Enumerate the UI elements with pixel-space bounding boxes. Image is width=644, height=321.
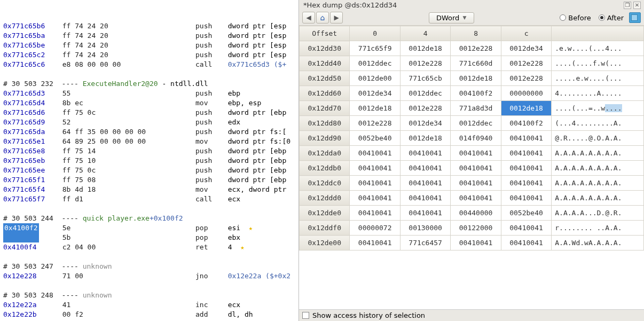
hex-cell[interactable]: 0012de18 [451, 71, 501, 86]
disasm-row[interactable]: 0x771c65d9 52push edx [3, 118, 295, 127]
radio-after[interactable]: After [599, 14, 624, 22]
disasm-row[interactable]: 0x771c65ba ff 74 24 20push dword ptr [es… [3, 31, 295, 41]
hex-row[interactable]: 0x12dd400012ddec0012e228771c660d0012e228… [300, 56, 644, 71]
hex-cell[interactable]: 00410041 [501, 236, 551, 250]
hex-cell[interactable]: 00410041 [400, 161, 450, 176]
hex-cell[interactable]: 0012ddec [350, 56, 400, 71]
disasm-row[interactable]: 0x4100f4 c2 04 00ret 4 ★ [3, 242, 295, 252]
hex-ascii[interactable]: A.A.A.A.A.A.A.A. [552, 191, 644, 206]
hex-cell[interactable]: 0012de18 [501, 101, 551, 116]
hex-cell[interactable]: 00410041 [400, 206, 450, 221]
hex-row[interactable]: 0x12dd700012de180012e228771a8d3d0012de18… [300, 101, 644, 116]
radio-before[interactable]: Before [560, 14, 591, 22]
hex-cell[interactable]: 0012e228 [350, 116, 400, 131]
hex-cell[interactable]: 0012e228 [400, 101, 450, 116]
hex-header-ascii[interactable] [552, 26, 644, 41]
nav-home-button[interactable]: ⌂ [316, 12, 329, 24]
hex-header[interactable]: 8 [451, 26, 501, 41]
hex-ascii[interactable]: 4.........A..... [552, 86, 644, 101]
nav-forward-button[interactable]: ▶ [330, 12, 343, 24]
restore-icon[interactable]: ❐ [624, 2, 631, 9]
nav-back-button[interactable]: ◀ [302, 12, 315, 24]
dock-icon[interactable] [629, 12, 641, 23]
hex-cell[interactable]: 0052be40 [501, 206, 551, 221]
hex-header[interactable]: 4 [400, 26, 450, 41]
hex-cell[interactable]: 0012de18 [400, 41, 450, 56]
disasm-row[interactable]: 0x771c65f1 ff 75 08push dword ptr [ebp [3, 175, 295, 185]
disasm-row[interactable]: 0x771c65da 64 ff 35 00 00 00 00push dwor… [3, 127, 295, 137]
hex-row[interactable]: 0x12ddb000410041004100410041004100410041… [300, 161, 644, 176]
hex-cell[interactable]: 0012de18 [350, 101, 400, 116]
hex-row[interactable]: 0x12de0000410041771c64570041004100410041… [300, 236, 644, 250]
hex-offset[interactable]: 0x12ddd0 [300, 191, 350, 206]
word-size-combo[interactable]: DWord ▼ [429, 12, 474, 24]
hex-cell[interactable]: 00410041 [350, 161, 400, 176]
hex-offset[interactable]: 0x12ddb0 [300, 161, 350, 176]
hex-row[interactable]: 0x12dde00041004100410041004400000052be40… [300, 206, 644, 221]
hex-offset[interactable]: 0x12dd60 [300, 86, 350, 101]
hex-offset[interactable]: 0x12dd90 [300, 131, 350, 146]
hex-cell[interactable]: 771c660d [451, 56, 501, 71]
hex-cell[interactable]: 00410041 [501, 221, 551, 236]
hex-row[interactable]: 0x12dd900052be400012de18014f094000410041… [300, 131, 644, 146]
hex-cell[interactable]: 00410041 [350, 206, 400, 221]
hex-cell[interactable]: 0012de34 [400, 116, 450, 131]
hex-cell[interactable]: 004100f2 [451, 86, 501, 101]
hex-cell[interactable]: 00410041 [451, 176, 501, 191]
hex-cell[interactable]: 00410041 [400, 191, 450, 206]
hex-cell[interactable]: 00410041 [451, 146, 501, 161]
hex-cell[interactable]: 00122000 [451, 221, 501, 236]
hex-cell[interactable]: 0012ddec [400, 86, 450, 101]
disasm-row[interactable]: 0x4100f2 5epop esi ★ [3, 223, 295, 233]
hex-cell[interactable]: 00410041 [501, 191, 551, 206]
hex-ascii[interactable]: A.A.A.A.A.A.A.A. [552, 161, 644, 176]
history-checkbox[interactable] [302, 312, 309, 319]
hex-cell[interactable]: 00130000 [400, 221, 450, 236]
disasm-row[interactable]: 0x771c65b6 ff 74 24 20push dword ptr [es… [3, 21, 295, 31]
hex-row[interactable]: 0x12ddd000410041004100410041004100410041… [300, 191, 644, 206]
hex-cell[interactable]: 00000072 [350, 221, 400, 236]
hex-cell[interactable]: 0012ddec [451, 116, 501, 131]
hex-cell[interactable]: 00410041 [451, 191, 501, 206]
hex-cell[interactable]: 00410041 [501, 161, 551, 176]
hex-cell[interactable]: 00410041 [350, 176, 400, 191]
disasm-row[interactable]: 0x12e22a 41inc ecx [3, 300, 295, 310]
hex-cell[interactable]: 771c6457 [400, 236, 450, 250]
hex-cell[interactable]: 0012e228 [400, 56, 450, 71]
hex-cell[interactable]: 0012e228 [451, 41, 501, 56]
disassembly-pane[interactable]: 0x771c65b6 ff 74 24 20push dword ptr [es… [0, 0, 299, 321]
disasm-row[interactable]: 0x12e228 71 00jno 0x12e22a ($+0x2 [3, 271, 295, 281]
hex-cell[interactable]: 00440000 [451, 206, 501, 221]
hex-cell[interactable]: 0012de34 [350, 86, 400, 101]
hex-offset[interactable]: 0x12dda0 [300, 146, 350, 161]
hex-cell[interactable]: 014f0940 [451, 131, 501, 146]
hex-ascii[interactable]: A.A.A.A.A.A.A.A. [552, 146, 644, 161]
hex-row[interactable]: 0x12dd30771c65f90012de180012e2280012de34… [300, 41, 644, 56]
disasm-row[interactable]: 0x771c65be ff 74 24 20push dword ptr [es… [3, 41, 295, 50]
hex-ascii[interactable]: (...4.........A. [552, 116, 644, 131]
hex-ascii[interactable]: .....e.w....(... [552, 71, 644, 86]
hex-row[interactable]: 0x12ddc000410041004100410041004100410041… [300, 176, 644, 191]
hex-offset[interactable]: 0x12dd40 [300, 56, 350, 71]
hex-cell[interactable]: 0012de00 [350, 71, 400, 86]
hex-row[interactable]: 0x12dda000410041004100410041004100410041… [300, 146, 644, 161]
hex-cell[interactable]: 0012de34 [501, 41, 551, 56]
hex-header[interactable]: 0 [350, 26, 400, 41]
hex-ascii[interactable]: A.A.A.A...D.@.R. [552, 206, 644, 221]
close-icon[interactable]: ✕ [633, 2, 641, 9]
hex-row[interactable]: 0x12ddf000000072001300000012200000410041… [300, 221, 644, 236]
hex-cell[interactable]: 00410041 [451, 161, 501, 176]
hex-ascii[interactable]: @.R.....@.O.A.A. [552, 131, 644, 146]
hex-row[interactable]: 0x12dd600012de340012ddec004100f200000000… [300, 86, 644, 101]
hex-cell[interactable]: 00410041 [501, 146, 551, 161]
hex-offset[interactable]: 0x12dd70 [300, 101, 350, 116]
disasm-row[interactable]: 0x771c65f4 8b 4d 18mov ecx, dword ptr [3, 185, 295, 194]
hex-cell[interactable]: 00410041 [501, 131, 551, 146]
hex-cell[interactable]: 771c65f9 [350, 41, 400, 56]
hex-cell[interactable]: 0052be40 [350, 131, 400, 146]
hex-offset[interactable]: 0x12ddf0 [300, 221, 350, 236]
disasm-row[interactable]: 0x771c65e1 64 89 25 00 00 00 00mov dword… [3, 137, 295, 146]
hex-ascii[interactable]: A.A.Wd.wA.A.A.A. [552, 236, 644, 250]
hex-grid[interactable]: Offset048c 0x12dd30771c65f90012de180012e… [299, 25, 644, 309]
hex-row[interactable]: 0x12dd800012e2280012de340012ddec004100f2… [300, 116, 644, 131]
